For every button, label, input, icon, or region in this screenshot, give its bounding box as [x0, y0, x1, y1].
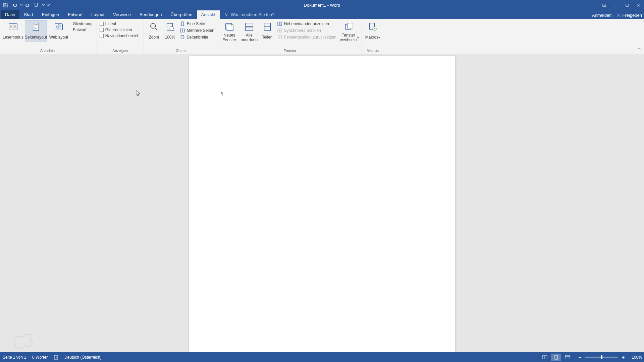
document-page[interactable]: ¶ — [189, 56, 455, 352]
zoom-label: Zoom — [149, 33, 159, 42]
zoom-100-button[interactable]: 100% — [163, 20, 177, 42]
document-area[interactable]: ¶ — [0, 54, 644, 352]
undo-dropdown[interactable] — [19, 1, 23, 9]
svg-rect-48 — [278, 22, 279, 25]
zoom-thumb[interactable] — [601, 355, 602, 359]
web-layout-view-button[interactable] — [562, 354, 573, 361]
window-title: Dokument1 - Word — [304, 3, 340, 8]
group-macros-label: Makros — [364, 48, 381, 54]
ribbon: Lesemodus Seitenlayout Weblayout Glieder… — [0, 19, 644, 54]
svg-point-4 — [36, 6, 36, 6]
draft-button[interactable]: Entwurf — [71, 27, 93, 32]
close-button[interactable] — [633, 0, 644, 10]
zoom-icon — [148, 21, 160, 33]
title-bar: Dokument1 - Word — [0, 0, 644, 10]
tab-insert[interactable]: Einfügen — [38, 10, 63, 19]
qat-customize-button[interactable] — [46, 1, 50, 9]
svg-rect-1 — [5, 3, 6, 4]
page-width-label: Seitenbreite — [187, 35, 208, 40]
web-layout-button[interactable]: Weblayout — [48, 20, 70, 42]
page-width-button[interactable]: Seitenbreite — [179, 34, 215, 40]
multi-page-button[interactable]: Mehrere Seiten — [179, 27, 215, 34]
arrange-all-icon — [244, 21, 255, 33]
macros-button[interactable]: Makros▾ — [364, 20, 381, 42]
switch-windows-label: Fenster wechseln ▾ — [339, 33, 359, 43]
read-mode-button[interactable]: Lesemodus — [2, 20, 24, 42]
ruler-checkbox[interactable]: Lineal — [100, 21, 140, 26]
window-controls — [598, 0, 644, 10]
paragraph-mark: ¶ — [221, 91, 223, 97]
group-macros: Makros▾ Makros — [362, 19, 383, 54]
touch-mode-button[interactable] — [33, 1, 40, 9]
sync-scroll-icon — [277, 28, 282, 33]
web-layout-label: Weblayout — [49, 33, 68, 42]
side-by-side-label: Nebeneinander anzeigen — [284, 21, 329, 26]
split-button[interactable]: Teilen — [260, 20, 275, 42]
one-page-button[interactable]: Eine Seite — [179, 21, 215, 27]
mouse-cursor-icon — [136, 90, 141, 97]
ribbon-display-options-button[interactable] — [598, 0, 610, 10]
group-window-label: Fenster — [220, 48, 360, 54]
maximize-button[interactable] — [621, 0, 633, 10]
touch-mode-dropdown[interactable] — [42, 1, 45, 9]
svg-rect-45 — [246, 27, 253, 31]
svg-rect-18 — [33, 23, 39, 31]
tab-start[interactable]: Start — [19, 10, 37, 19]
zoom-100-icon — [164, 21, 176, 33]
word-count[interactable]: 0 Wörter — [32, 355, 48, 360]
svg-rect-40 — [183, 29, 184, 32]
new-window-button[interactable]: Neues Fenster — [220, 20, 238, 43]
tab-review[interactable]: Überprüfen — [166, 10, 197, 19]
new-window-label: Neues Fenster — [221, 33, 238, 43]
svg-line-37 — [173, 29, 174, 31]
sync-scroll-button: Synchrones Scrollen — [276, 27, 337, 34]
tab-mailings[interactable]: Sendungen — [135, 10, 166, 19]
zoom-out-button[interactable]: − — [577, 354, 583, 360]
read-mode-view-button[interactable] — [540, 354, 550, 361]
arrange-all-button[interactable]: Alle anordnen — [239, 20, 259, 43]
print-layout-button[interactable]: Seitenlayout — [25, 20, 47, 42]
group-show-label: Anzeigen — [99, 48, 142, 54]
language-indicator[interactable]: Deutsch (Österreich) — [64, 355, 102, 360]
share-button[interactable]: Freigeben — [616, 13, 642, 18]
page-indicator[interactable]: Seite 1 von 1 — [3, 355, 26, 360]
tell-me-search[interactable]: Was möchten Sie tun? — [224, 12, 274, 19]
print-layout-label: Seitenlayout — [25, 33, 47, 42]
outline-button[interactable]: Gliederung — [71, 21, 93, 26]
gridlines-checkbox[interactable]: Gitternetzlinien — [100, 27, 140, 32]
arrange-all-label: Alle anordnen — [240, 33, 259, 43]
save-button[interactable] — [2, 1, 9, 9]
print-layout-view-button[interactable] — [551, 354, 561, 361]
svg-rect-54 — [347, 23, 353, 28]
zoom-button[interactable]: Zoom — [146, 20, 162, 42]
zoom-slider: − + 100% — [577, 354, 642, 360]
switch-windows-button[interactable]: Fenster wechseln ▾ — [339, 20, 360, 43]
svg-rect-44 — [246, 23, 253, 26]
spellcheck-button[interactable] — [54, 355, 58, 360]
tab-view[interactable]: Ansicht — [197, 10, 220, 19]
sync-scroll-label: Synchrones Scrollen — [284, 28, 321, 33]
undo-button[interactable] — [11, 1, 18, 9]
svg-point-9 — [618, 14, 619, 15]
zoom-value[interactable]: 100% — [632, 355, 642, 360]
print-layout-icon — [30, 21, 42, 33]
minimize-button[interactable] — [610, 0, 621, 10]
read-mode-label: Lesemodus — [3, 33, 23, 42]
reset-window-position-button: Fensterposition zurücksetzen — [276, 34, 337, 40]
collapse-ribbon-button[interactable] — [637, 46, 641, 52]
signin-link[interactable]: Anmelden — [592, 13, 612, 18]
tab-design[interactable]: Entwurf — [63, 10, 87, 19]
redo-button[interactable] — [24, 1, 32, 9]
reset-pos-icon — [277, 35, 282, 40]
zoom-in-button[interactable]: + — [620, 354, 626, 360]
tab-references[interactable]: Verweise — [109, 10, 135, 19]
tab-layout[interactable]: Layout — [87, 10, 109, 19]
group-views: Lesemodus Seitenlayout Weblayout Glieder… — [0, 19, 97, 54]
svg-rect-60 — [555, 355, 557, 359]
group-zoom: Zoom 100% Eine Seite Mehrere Seiten Seit… — [144, 19, 218, 54]
navpane-checkbox[interactable]: Navigationsbereich — [100, 34, 140, 38]
zoom-track[interactable] — [585, 357, 618, 358]
svg-rect-2 — [4, 5, 7, 7]
side-by-side-button[interactable]: Nebeneinander anzeigen — [276, 21, 337, 27]
tab-file[interactable]: Datei — [1, 10, 19, 19]
